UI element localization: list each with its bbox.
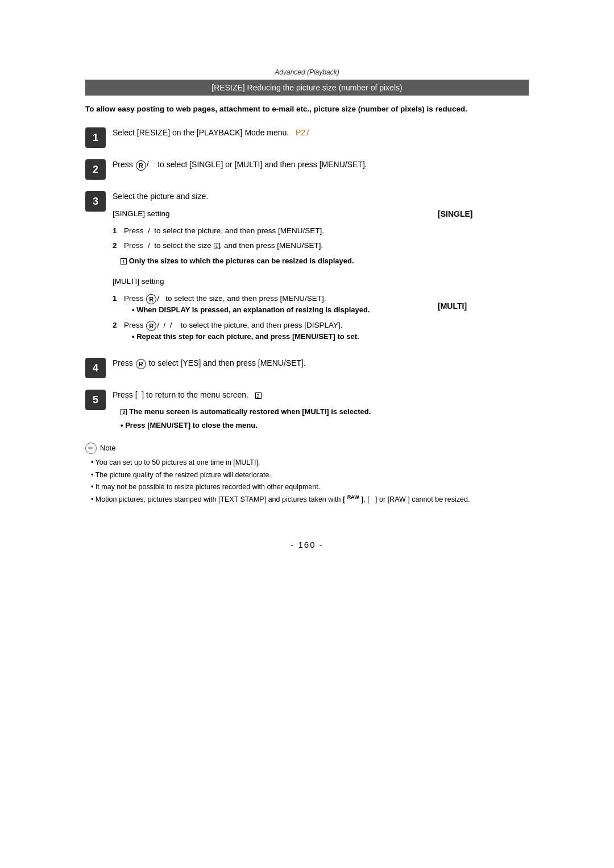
step-2: 2 Press R/ to select [SINGLE] or [MULTI]… (85, 158, 529, 180)
step-1-text: Select [RESIZE] on the [PLAYBACK] Mode m… (113, 128, 289, 137)
single-bold-label: [SINGLE] (438, 208, 529, 220)
box-1-icon: 1 (214, 243, 220, 249)
step-5-badge: 5 (85, 390, 106, 410)
multi-step-2: 2 Press R/ / / to select the picture, an… (113, 320, 426, 343)
single-sub-steps: 1 Press / to select the picture, and the… (113, 225, 426, 252)
single-step-1: 1 Press / to select the picture, and the… (113, 225, 426, 237)
notes-block: ✏ Note • You can set up to 50 pictures a… (85, 442, 529, 506)
single-setting-header: [SINGLE] setting (113, 208, 426, 220)
multi-sub-steps: 1 Press R/ to select the size, and then … (113, 293, 426, 343)
multi-step-1-text: Press R/ to select the size, and then pr… (124, 293, 426, 316)
section-title: [RESIZE] Reducing the picture size (numb… (85, 80, 529, 96)
single-step-1-text: Press / to select the picture, and then … (124, 225, 426, 237)
note-header: ✏ Note (85, 442, 529, 454)
note-1: • You can set up to 50 pictures at one t… (91, 457, 529, 469)
step-1-content: Select [RESIZE] on the [PLAYBACK] Mode m… (113, 126, 529, 139)
step-5-note2: • Press [MENU/SET] to close the menu. (121, 420, 529, 432)
circle-r4-icon: R (136, 359, 146, 369)
note-label: Note (100, 442, 115, 454)
setting-labels-col: [SINGLE] [MULTI] (438, 208, 529, 347)
circle-r-icon: R (136, 160, 146, 171)
step-5-text: Press [ ] to return to the menu screen. (113, 390, 248, 399)
note-3: • It may not be possible to resize pictu… (91, 481, 529, 493)
step-3-title: Select the picture and size. (113, 190, 529, 202)
page-number: - 160 - (85, 540, 529, 549)
step-4-badge: 4 (85, 358, 106, 378)
multi-setting-header: [MULTI] setting (113, 275, 426, 288)
step-1-badge: 1 (85, 127, 106, 148)
multi-bold-label: [MULTI] (438, 300, 529, 312)
section-subtitle: Advanced (Playback) (85, 68, 529, 76)
multi-step-2-text: Press R/ / / to select the picture, and … (124, 320, 426, 343)
single-note: 1 Only the sizes to which the pictures c… (121, 255, 426, 267)
step-1-ref: P27 (296, 128, 310, 137)
note-2: • The picture quality of the resized pic… (91, 469, 529, 481)
step-3-content: Select the picture and size. [SINGLE] se… (113, 190, 529, 346)
note-4: • Motion pictures, pictures stamped with… (91, 493, 529, 506)
single-step-1-num: 1 (113, 225, 124, 237)
multi-step-2-num: 2 (113, 320, 124, 343)
single-step-2-num: 2 (113, 240, 124, 251)
multi-step-1: 1 Press R/ to select the size, and then … (113, 293, 426, 316)
step-1: 1 Select [RESIZE] on the [PLAYBACK] Mode… (85, 126, 529, 148)
step-5-content: Press [ ] to return to the menu screen. … (113, 388, 529, 432)
step-5: 5 Press [ ] to return to the menu screen… (85, 388, 529, 432)
single-setting-col: [SINGLE] setting 1 Press / to select the… (113, 208, 426, 347)
step-2-press-label: Press (113, 160, 135, 169)
note-icon: ✏ (85, 443, 97, 454)
multi-step-2-note: • Repeat this step for each picture, and… (132, 331, 426, 343)
step-4: 4 Press R to select [YES] and then press… (85, 357, 529, 378)
circle-r3-icon: R (146, 321, 156, 331)
box-2b-icon: 2 (121, 409, 127, 415)
step-3: 3 Select the picture and size. [SINGLE] … (85, 190, 529, 346)
step-5-note1: 2 The menu screen is automatically resto… (113, 406, 529, 418)
single-step-2: 2 Press / to select the size 1, and then… (113, 240, 426, 251)
multi-step-1-note: • When DISPLAY is pressed, an explanatio… (132, 304, 426, 316)
box-1b-icon: 1 (121, 258, 127, 264)
step-3-badge: 3 (85, 191, 106, 212)
step-2-text: to select [SINGLE] or [MULTI] and then p… (157, 160, 367, 169)
box-2-icon: 2 (255, 392, 262, 399)
step-2-badge: 2 (85, 159, 106, 180)
step-2-content: Press R/ to select [SINGLE] or [MULTI] a… (113, 158, 529, 171)
intro-text: To allow easy posting to web pages, atta… (85, 104, 529, 115)
step-4-content: Press R to select [YES] and then press [… (113, 357, 529, 369)
circle-r2-icon: R (146, 294, 156, 304)
multi-step-1-num: 1 (113, 293, 124, 316)
single-step-2-text: Press / to select the size 1, and then p… (124, 240, 426, 251)
